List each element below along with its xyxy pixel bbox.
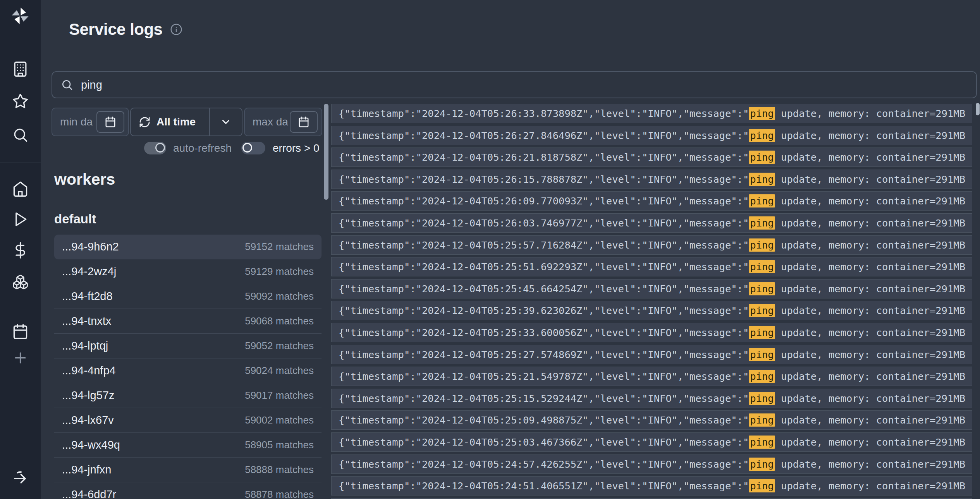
time-range-button[interactable]: All time: [130, 108, 242, 136]
log-row[interactable]: {"timestamp":"2024-12-04T05:25:51.692293…: [331, 257, 972, 276]
search-match-highlight: ping: [749, 194, 775, 207]
log-text: update, memory: container=291MB: [775, 393, 965, 404]
log-text: {"timestamp":"2024-12-04T05:26:27.846496…: [339, 130, 749, 141]
windmill-logo-icon[interactable]: [10, 5, 31, 26]
worker-match-count: 59068 matches: [245, 315, 314, 327]
worker-id: ...94-4nfp4: [62, 364, 116, 377]
refresh-icon: [139, 116, 151, 128]
log-list: {"timestamp":"2024-12-04T05:26:33.873898…: [331, 104, 972, 499]
log-row[interactable]: {"timestamp":"2024-12-04T05:26:03.746977…: [331, 213, 972, 233]
log-row[interactable]: {"timestamp":"2024-12-04T05:26:09.770093…: [331, 191, 972, 211]
log-row[interactable]: {"timestamp":"2024-12-04T05:26:33.873898…: [331, 104, 972, 123]
search-nav-icon[interactable]: [12, 127, 29, 143]
log-text: {"timestamp":"2024-12-04T05:25:57.716284…: [339, 239, 749, 251]
time-range-dropdown-button[interactable]: [210, 108, 242, 135]
worker-list: ...94-9h6n259152 matches...94-2wz4j59129…: [54, 235, 322, 499]
plus-icon[interactable]: [12, 350, 29, 366]
worker-match-count: 59017 matches: [245, 389, 314, 401]
worker-row[interactable]: ...94-4nfp459024 matches: [54, 358, 322, 383]
min-date-calendar-button[interactable]: [96, 111, 124, 133]
boxes-icon[interactable]: [12, 274, 29, 290]
min-date-placeholder: min da: [60, 108, 93, 135]
worker-match-count: 59152 matches: [245, 241, 314, 253]
log-row[interactable]: {"timestamp":"2024-12-04T05:25:57.716284…: [331, 235, 972, 255]
log-text: update, memory: container=291MB: [775, 480, 965, 492]
min-date-field[interactable]: min da: [52, 108, 129, 136]
logs-scrollbar-thumb[interactable]: [976, 103, 980, 115]
log-text: update, memory: container=291MB: [775, 305, 965, 316]
calendar-icon[interactable]: [12, 323, 29, 340]
log-text: {"timestamp":"2024-12-04T05:25:39.623026…: [339, 305, 749, 316]
search-match-highlight: ping: [749, 173, 775, 186]
log-row[interactable]: {"timestamp":"2024-12-04T05:25:09.498875…: [331, 410, 972, 430]
log-row[interactable]: {"timestamp":"2024-12-04T05:24:57.426255…: [331, 454, 972, 474]
auto-refresh-label: auto-refresh: [173, 142, 232, 154]
worker-id: ...94-lptqj: [62, 340, 108, 352]
worker-row[interactable]: ...94-6dd7r58878 matches: [54, 482, 322, 499]
worker-group-heading: default: [54, 212, 96, 226]
log-text: update, memory: container=291MB: [775, 370, 965, 382]
worker-id: ...94-lg57z: [62, 389, 114, 402]
worker-row[interactable]: ...94-lg57z59017 matches: [54, 383, 322, 408]
play-icon[interactable]: [12, 211, 29, 228]
log-row[interactable]: {"timestamp":"2024-12-04T05:25:45.664254…: [331, 279, 972, 298]
worker-match-count: 58878 matches: [245, 489, 314, 499]
max-date-calendar-button[interactable]: [290, 111, 318, 133]
workers-scrollbar-thumb[interactable]: [324, 104, 328, 200]
auto-refresh-toggle[interactable]: [144, 142, 166, 154]
dollar-icon[interactable]: [12, 242, 29, 259]
search-match-highlight: ping: [749, 436, 775, 449]
log-search-bar: [52, 71, 977, 98]
log-row[interactable]: {"timestamp":"2024-12-04T05:24:51.406551…: [331, 476, 972, 496]
worker-row[interactable]: ...94-9h6n259152 matches: [54, 235, 322, 259]
main-content: Service logs min da: [41, 0, 980, 499]
worker-row[interactable]: ...94-lx67v59002 matches: [54, 408, 322, 433]
log-row[interactable]: {"timestamp":"2024-12-04T05:26:27.846496…: [331, 126, 972, 145]
log-text: {"timestamp":"2024-12-04T05:25:45.664254…: [339, 283, 749, 295]
worker-row[interactable]: ...94-tnxtx59068 matches: [54, 309, 322, 334]
home-icon[interactable]: [12, 181, 29, 197]
log-text: {"timestamp":"2024-12-04T05:26:33.873898…: [339, 108, 749, 119]
log-row[interactable]: {"timestamp":"2024-12-04T05:25:27.574869…: [331, 345, 972, 364]
log-text: {"timestamp":"2024-12-04T05:26:15.788878…: [339, 173, 749, 185]
expand-sidebar-arrow-icon[interactable]: [12, 470, 29, 486]
search-match-highlight: ping: [749, 326, 775, 339]
worker-id: ...94-lx67v: [62, 414, 114, 427]
log-row[interactable]: {"timestamp":"2024-12-04T05:25:33.600056…: [331, 323, 972, 342]
log-row[interactable]: {"timestamp":"2024-12-04T05:25:21.549787…: [331, 367, 972, 386]
search-match-highlight: ping: [749, 413, 775, 427]
log-text: {"timestamp":"2024-12-04T05:24:51.406551…: [339, 480, 749, 492]
worker-row[interactable]: ...94-wx49q58905 matches: [54, 433, 322, 458]
search-match-highlight: ping: [749, 129, 775, 142]
worker-id: ...94-9h6n2: [62, 240, 119, 253]
worker-row[interactable]: ...94-ft2d859092 matches: [54, 284, 322, 309]
max-date-placeholder: max da: [253, 108, 288, 135]
log-row[interactable]: {"timestamp":"2024-12-04T05:26:15.788878…: [331, 170, 972, 189]
max-date-field[interactable]: max da: [244, 108, 322, 136]
building-icon[interactable]: [12, 61, 29, 77]
log-row[interactable]: {"timestamp":"2024-12-04T05:25:15.529244…: [331, 389, 972, 408]
info-icon[interactable]: [170, 23, 182, 36]
search-input[interactable]: [80, 78, 968, 92]
log-text: {"timestamp":"2024-12-04T05:25:09.498875…: [339, 414, 749, 426]
time-range-main[interactable]: All time: [131, 108, 209, 135]
log-text: {"timestamp":"2024-12-04T05:25:03.467366…: [339, 436, 749, 448]
errors-toggle-knob: [242, 143, 252, 153]
log-text: update, memory: container=291MB: [775, 130, 965, 141]
worker-row[interactable]: ...94-lptqj59052 matches: [54, 334, 322, 358]
log-text: {"timestamp":"2024-12-04T05:26:21.818758…: [339, 151, 749, 163]
search-match-highlight: ping: [749, 348, 775, 361]
service-logs-page: Service logs min da: [0, 0, 980, 499]
worker-row[interactable]: ...94-jnfxn58888 matches: [54, 458, 322, 482]
worker-match-count: 59052 matches: [245, 340, 314, 352]
page-header: Service logs: [69, 20, 182, 39]
star-icon[interactable]: [12, 93, 29, 110]
search-match-highlight: ping: [749, 260, 775, 273]
log-row[interactable]: {"timestamp":"2024-12-04T05:26:21.818758…: [331, 147, 972, 167]
errors-toggle[interactable]: [241, 142, 265, 154]
log-text: {"timestamp":"2024-12-04T05:25:27.574869…: [339, 349, 749, 360]
log-row[interactable]: {"timestamp":"2024-12-04T05:25:03.467366…: [331, 432, 972, 452]
auto-refresh-toggle-knob: [155, 143, 165, 153]
worker-row[interactable]: ...94-2wz4j59129 matches: [54, 259, 322, 284]
log-row[interactable]: {"timestamp":"2024-12-04T05:25:39.623026…: [331, 301, 972, 320]
